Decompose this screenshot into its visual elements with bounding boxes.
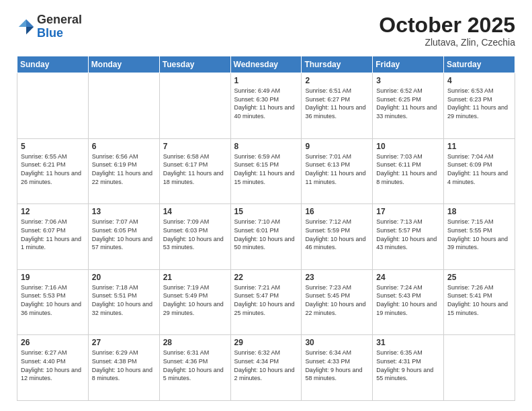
day-cell-1-7: 4Sunrise: 6:53 AM Sunset: 6:23 PM Daylig…: [444, 73, 515, 139]
day-info: Sunrise: 7:23 AM Sunset: 5:45 PM Dayligh…: [305, 283, 369, 317]
day-info: Sunrise: 6:27 AM Sunset: 4:40 PM Dayligh…: [21, 349, 85, 382]
day-number: 8: [234, 142, 298, 151]
svg-marker-0: [26, 19, 34, 27]
calendar-table: Sunday Monday Tuesday Wednesday Thursday…: [17, 56, 515, 401]
day-cell-1-2: [88, 73, 159, 139]
day-number: 17: [376, 207, 440, 216]
day-info: Sunrise: 7:03 AM Sunset: 6:11 PM Dayligh…: [376, 152, 440, 186]
day-cell-3-7: 18Sunrise: 7:15 AM Sunset: 5:55 PM Dayli…: [444, 204, 515, 270]
day-number: 11: [447, 142, 511, 151]
day-cell-1-6: 3Sunrise: 6:52 AM Sunset: 6:25 PM Daylig…: [373, 73, 444, 139]
day-cell-2-1: 5Sunrise: 6:55 AM Sunset: 6:21 PM Daylig…: [17, 138, 89, 204]
calendar-title: October 2025: [379, 13, 515, 37]
day-cell-3-5: 16Sunrise: 7:12 AM Sunset: 5:59 PM Dayli…: [302, 204, 373, 270]
svg-marker-2: [19, 19, 26, 27]
day-info: Sunrise: 7:18 AM Sunset: 5:51 PM Dayligh…: [92, 283, 156, 317]
header-sunday: Sunday: [17, 56, 89, 73]
day-cell-4-1: 19Sunrise: 7:16 AM Sunset: 5:53 PM Dayli…: [17, 269, 89, 335]
day-cell-4-7: 25Sunrise: 7:26 AM Sunset: 5:41 PM Dayli…: [444, 269, 515, 335]
day-cell-3-6: 17Sunrise: 7:13 AM Sunset: 5:57 PM Dayli…: [373, 204, 444, 270]
day-cell-5-1: 26Sunrise: 6:27 AM Sunset: 4:40 PM Dayli…: [17, 335, 89, 401]
day-number: 9: [305, 142, 369, 151]
day-cell-2-5: 9Sunrise: 7:01 AM Sunset: 6:13 PM Daylig…: [302, 138, 373, 204]
day-number: 24: [376, 273, 440, 282]
day-number: 5: [21, 142, 85, 151]
day-number: 4: [447, 76, 511, 85]
header-friday: Friday: [373, 56, 444, 73]
day-number: 10: [376, 142, 440, 151]
day-info: Sunrise: 6:35 AM Sunset: 4:31 PM Dayligh…: [376, 349, 440, 382]
day-cell-4-4: 22Sunrise: 7:21 AM Sunset: 5:47 PM Dayli…: [230, 269, 302, 335]
day-cell-5-2: 27Sunrise: 6:29 AM Sunset: 4:38 PM Dayli…: [88, 335, 159, 401]
day-info: Sunrise: 6:29 AM Sunset: 4:38 PM Dayligh…: [92, 349, 156, 382]
week-row-3: 12Sunrise: 7:06 AM Sunset: 6:07 PM Dayli…: [17, 204, 515, 270]
day-cell-2-4: 8Sunrise: 6:59 AM Sunset: 6:15 PM Daylig…: [230, 138, 302, 204]
day-cell-1-1: [17, 73, 89, 139]
logo: General Blue: [17, 13, 82, 40]
day-number: 30: [305, 338, 369, 347]
day-info: Sunrise: 6:51 AM Sunset: 6:27 PM Dayligh…: [305, 87, 369, 120]
day-info: Sunrise: 6:59 AM Sunset: 6:15 PM Dayligh…: [234, 152, 298, 186]
day-number: 12: [21, 207, 85, 216]
day-number: 7: [163, 142, 227, 151]
day-info: Sunrise: 7:07 AM Sunset: 6:05 PM Dayligh…: [92, 218, 156, 251]
day-info: Sunrise: 6:49 AM Sunset: 6:30 PM Dayligh…: [234, 87, 298, 120]
calendar-header-row: Sunday Monday Tuesday Wednesday Thursday…: [17, 56, 515, 73]
day-info: Sunrise: 6:56 AM Sunset: 6:19 PM Dayligh…: [92, 152, 156, 186]
day-info: Sunrise: 6:32 AM Sunset: 4:34 PM Dayligh…: [234, 349, 298, 382]
day-number: 13: [92, 207, 156, 216]
day-number: 27: [92, 338, 156, 347]
day-info: Sunrise: 7:06 AM Sunset: 6:07 PM Dayligh…: [21, 218, 85, 251]
day-number: 21: [163, 273, 227, 282]
day-number: 25: [447, 273, 511, 282]
day-cell-2-7: 11Sunrise: 7:04 AM Sunset: 6:09 PM Dayli…: [444, 138, 515, 204]
day-info: Sunrise: 7:24 AM Sunset: 5:43 PM Dayligh…: [376, 283, 440, 317]
logo-blue: Blue: [37, 27, 82, 40]
logo-text: General Blue: [37, 13, 82, 40]
day-number: 28: [163, 338, 227, 347]
day-info: Sunrise: 6:31 AM Sunset: 4:36 PM Dayligh…: [163, 349, 227, 382]
page: General Blue October 2025 Zlutava, Zlin,…: [0, 0, 532, 411]
day-info: Sunrise: 6:55 AM Sunset: 6:21 PM Dayligh…: [21, 152, 85, 186]
logo-icon: [17, 17, 36, 36]
header: General Blue October 2025 Zlutava, Zlin,…: [17, 13, 515, 48]
day-cell-4-6: 24Sunrise: 7:24 AM Sunset: 5:43 PM Dayli…: [373, 269, 444, 335]
day-number: 1: [234, 76, 298, 85]
day-number: 6: [92, 142, 156, 151]
day-number: 19: [21, 273, 85, 282]
week-row-5: 26Sunrise: 6:27 AM Sunset: 4:40 PM Dayli…: [17, 335, 515, 401]
day-info: Sunrise: 6:53 AM Sunset: 6:23 PM Dayligh…: [447, 87, 511, 120]
day-number: 26: [21, 338, 85, 347]
day-info: Sunrise: 7:04 AM Sunset: 6:09 PM Dayligh…: [447, 152, 511, 186]
day-cell-1-5: 2Sunrise: 6:51 AM Sunset: 6:27 PM Daylig…: [302, 73, 373, 139]
day-cell-5-7: [444, 335, 515, 401]
day-cell-2-3: 7Sunrise: 6:58 AM Sunset: 6:17 PM Daylig…: [159, 138, 230, 204]
day-number: 18: [447, 207, 511, 216]
day-number: 3: [376, 76, 440, 85]
header-wednesday: Wednesday: [230, 56, 302, 73]
day-info: Sunrise: 7:10 AM Sunset: 6:01 PM Dayligh…: [234, 218, 298, 251]
day-number: 14: [163, 207, 227, 216]
day-cell-2-6: 10Sunrise: 7:03 AM Sunset: 6:11 PM Dayli…: [373, 138, 444, 204]
day-cell-3-1: 12Sunrise: 7:06 AM Sunset: 6:07 PM Dayli…: [17, 204, 89, 270]
day-info: Sunrise: 7:16 AM Sunset: 5:53 PM Dayligh…: [21, 283, 85, 317]
header-thursday: Thursday: [302, 56, 373, 73]
day-number: 23: [305, 273, 369, 282]
day-cell-5-6: 31Sunrise: 6:35 AM Sunset: 4:31 PM Dayli…: [373, 335, 444, 401]
day-number: 29: [234, 338, 298, 347]
day-number: 22: [234, 273, 298, 282]
day-cell-1-3: [159, 73, 230, 139]
day-cell-5-4: 29Sunrise: 6:32 AM Sunset: 4:34 PM Dayli…: [230, 335, 302, 401]
day-info: Sunrise: 7:26 AM Sunset: 5:41 PM Dayligh…: [447, 283, 511, 317]
week-row-1: 1Sunrise: 6:49 AM Sunset: 6:30 PM Daylig…: [17, 73, 515, 139]
day-info: Sunrise: 7:13 AM Sunset: 5:57 PM Dayligh…: [376, 218, 440, 251]
day-cell-2-2: 6Sunrise: 6:56 AM Sunset: 6:19 PM Daylig…: [88, 138, 159, 204]
day-cell-3-4: 15Sunrise: 7:10 AM Sunset: 6:01 PM Dayli…: [230, 204, 302, 270]
day-number: 16: [305, 207, 369, 216]
day-cell-1-4: 1Sunrise: 6:49 AM Sunset: 6:30 PM Daylig…: [230, 73, 302, 139]
day-info: Sunrise: 6:52 AM Sunset: 6:25 PM Dayligh…: [376, 87, 440, 120]
day-cell-3-3: 14Sunrise: 7:09 AM Sunset: 6:03 PM Dayli…: [159, 204, 230, 270]
day-info: Sunrise: 7:12 AM Sunset: 5:59 PM Dayligh…: [305, 218, 369, 251]
day-cell-5-5: 30Sunrise: 6:34 AM Sunset: 4:33 PM Dayli…: [302, 335, 373, 401]
day-cell-4-2: 20Sunrise: 7:18 AM Sunset: 5:51 PM Dayli…: [88, 269, 159, 335]
